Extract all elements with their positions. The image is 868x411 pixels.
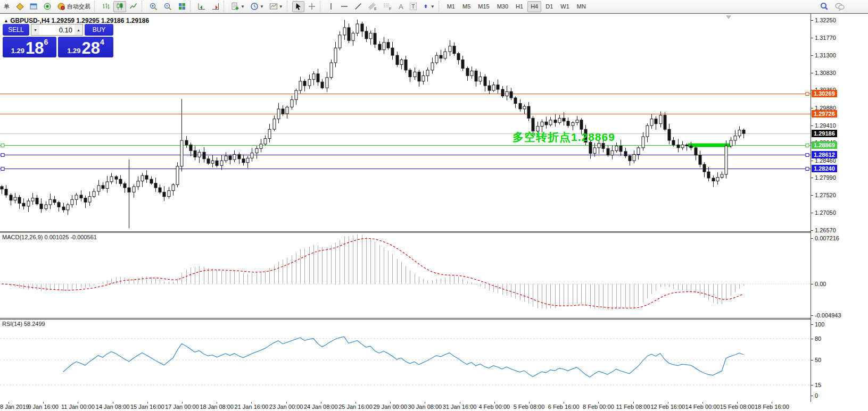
gold-diamond-icon bbox=[15, 2, 24, 11]
text-label-button[interactable]: T bbox=[408, 1, 419, 12]
horizontal-line-button[interactable] bbox=[338, 1, 351, 12]
templates-button[interactable]: ▼ bbox=[267, 1, 285, 12]
zoom-out-button[interactable] bbox=[161, 1, 175, 12]
price-axis[interactable]: 1.322501.317701.313001.308301.303601.298… bbox=[811, 14, 868, 402]
time-label: 14 Feb 00:00 bbox=[685, 404, 720, 410]
dropdown-caret-icon: ▼ bbox=[241, 4, 245, 9]
periods-button[interactable]: ▼ bbox=[248, 1, 266, 12]
search-button[interactable] bbox=[817, 1, 831, 12]
level-handle bbox=[806, 144, 809, 147]
time-label: 8 Jan 2019 bbox=[0, 404, 29, 410]
volume-increase-button[interactable]: ▲ bbox=[75, 24, 82, 35]
timeframe-button-M30[interactable]: M30 bbox=[494, 1, 511, 12]
macd-signal-line bbox=[2, 239, 743, 308]
time-label: 5 Feb 08:00 bbox=[514, 404, 545, 410]
rsi-pane[interactable]: RSI(14) 58.2499 bbox=[0, 320, 811, 402]
buy-price-button[interactable]: 1.29284 bbox=[58, 37, 113, 57]
price-tick-1.30830: 1.30830 bbox=[815, 70, 836, 76]
level-line-1.28612[interactable] bbox=[0, 154, 811, 157]
crosshair-icon bbox=[308, 2, 316, 11]
timeframe-button-M5[interactable]: M5 bbox=[459, 1, 474, 12]
toolbar-separator bbox=[320, 1, 324, 12]
tile-windows-button[interactable] bbox=[176, 1, 188, 12]
buy-button[interactable]: BUY bbox=[85, 24, 113, 36]
equidistant-channel-button[interactable]: E bbox=[366, 1, 379, 12]
fibonacci-button[interactable]: F bbox=[381, 1, 394, 12]
symbol-dropdown-marker[interactable]: ▲ bbox=[4, 18, 9, 23]
macd-histogram bbox=[2, 234, 744, 310]
sell-price-button[interactable]: 1.29186 bbox=[3, 37, 56, 57]
line-chart-button[interactable] bbox=[127, 1, 140, 12]
main-price-pane[interactable]: ▲ GBPUSD-,H4 1.29259 1.29295 1.29186 1.2… bbox=[0, 14, 811, 231]
candlestick-chart[interactable] bbox=[0, 14, 811, 231]
autotrading-button[interactable]: 自动交易 bbox=[55, 1, 93, 12]
level-handle bbox=[806, 154, 809, 157]
time-label: 15 Feb 08:00 bbox=[720, 404, 755, 410]
timeframe-button-MN[interactable]: MN bbox=[574, 1, 589, 12]
zoom-in-button[interactable] bbox=[147, 1, 160, 12]
down-arrow-icon: ▼ bbox=[34, 28, 37, 32]
time-label: 21 Jan 16:00 bbox=[235, 404, 269, 410]
chart-shift-button[interactable] bbox=[209, 1, 222, 12]
crosshair-button[interactable] bbox=[305, 1, 318, 12]
timeframe-button-D1[interactable]: D1 bbox=[542, 1, 556, 12]
search-icon bbox=[820, 2, 829, 11]
level-price-badge: 1.28612 bbox=[812, 151, 837, 158]
price-tick-1.27520: 1.27520 bbox=[815, 192, 836, 198]
time-label: 31 Jan 16:00 bbox=[443, 404, 477, 410]
auto-scroll-button[interactable] bbox=[195, 1, 208, 12]
cursor-button[interactable] bbox=[292, 1, 304, 12]
timeframe-button-H4[interactable]: H4 bbox=[527, 1, 541, 12]
fibonacci-icon: F bbox=[383, 2, 392, 11]
pane-divider[interactable] bbox=[0, 318, 868, 320]
macd-pane[interactable]: MACD(12,26,9) 0.001025 -0.000561 bbox=[0, 233, 811, 318]
level-line-1.30269[interactable] bbox=[0, 93, 811, 96]
navigator-icon[interactable] bbox=[41, 1, 54, 12]
channel-icon: E bbox=[368, 2, 377, 11]
macd-tick-0.007216: 0.007216 bbox=[815, 235, 839, 241]
time-label: 18 Feb 16:00 bbox=[755, 404, 789, 410]
new-order-button[interactable]: 单 bbox=[1, 1, 12, 12]
data-window-icon[interactable] bbox=[27, 1, 40, 12]
volume-input[interactable] bbox=[39, 24, 75, 35]
volume-decrease-button[interactable]: ▼ bbox=[31, 24, 39, 35]
vertical-line-icon bbox=[327, 2, 335, 11]
time-label: 18 Jan 08:00 bbox=[200, 404, 234, 410]
text-button[interactable]: A bbox=[395, 1, 407, 12]
chart-annotation-text[interactable]: 多空转折点1.28869 bbox=[512, 130, 615, 145]
level-line-1.28240[interactable] bbox=[0, 167, 811, 171]
timeframe-button-H1[interactable]: H1 bbox=[512, 1, 526, 12]
zoom-out-icon bbox=[163, 2, 172, 11]
buy-price-sup: 4 bbox=[100, 38, 104, 46]
pane-divider[interactable] bbox=[0, 231, 868, 233]
time-label: 29 Jan 00:00 bbox=[373, 404, 407, 410]
level-handle bbox=[1, 144, 4, 147]
text-tool-glyph: A bbox=[399, 3, 403, 11]
timeframe-button-W1[interactable]: W1 bbox=[557, 1, 573, 12]
time-label: 4 Feb 00:00 bbox=[478, 404, 510, 410]
sell-button[interactable]: SELL bbox=[3, 24, 29, 36]
chart-shift-marker-icon[interactable] bbox=[726, 15, 731, 19]
market-watch-icon[interactable] bbox=[13, 1, 26, 12]
timeframe-button-M1[interactable]: M1 bbox=[444, 1, 458, 12]
macd-tick-0.00: 0.00 bbox=[815, 281, 826, 287]
level-handle bbox=[1, 167, 4, 171]
chat-button[interactable] bbox=[832, 1, 847, 12]
time-label: 11 Feb 08:00 bbox=[616, 404, 650, 410]
bar-chart-button[interactable] bbox=[100, 1, 112, 12]
price-tick-1.27050: 1.27050 bbox=[815, 209, 836, 216]
toolbar-separator bbox=[142, 1, 145, 12]
arrows-button[interactable]: ▼ bbox=[420, 1, 437, 12]
rsi-tick-0: 0 bbox=[815, 392, 818, 399]
time-label: 24 Jan 08:00 bbox=[304, 404, 338, 410]
time-label: 12 Feb 16:00 bbox=[650, 404, 685, 410]
vertical-line-button[interactable] bbox=[325, 1, 337, 12]
chart-title: ▲ GBPUSD-,H4 1.29259 1.29295 1.29186 1.2… bbox=[4, 17, 149, 24]
time-axis[interactable]: 8 Jan 20199 Jan 16:0011 Jan 00:0014 Jan … bbox=[0, 402, 868, 411]
trendline-button[interactable] bbox=[352, 1, 365, 12]
template-icon bbox=[269, 2, 278, 11]
candlestick-chart-button[interactable] bbox=[113, 1, 126, 12]
indicators-button[interactable]: ▼ bbox=[229, 1, 247, 12]
rsi-tick-100: 100 bbox=[815, 321, 824, 328]
timeframe-button-M15[interactable]: M15 bbox=[475, 1, 492, 12]
